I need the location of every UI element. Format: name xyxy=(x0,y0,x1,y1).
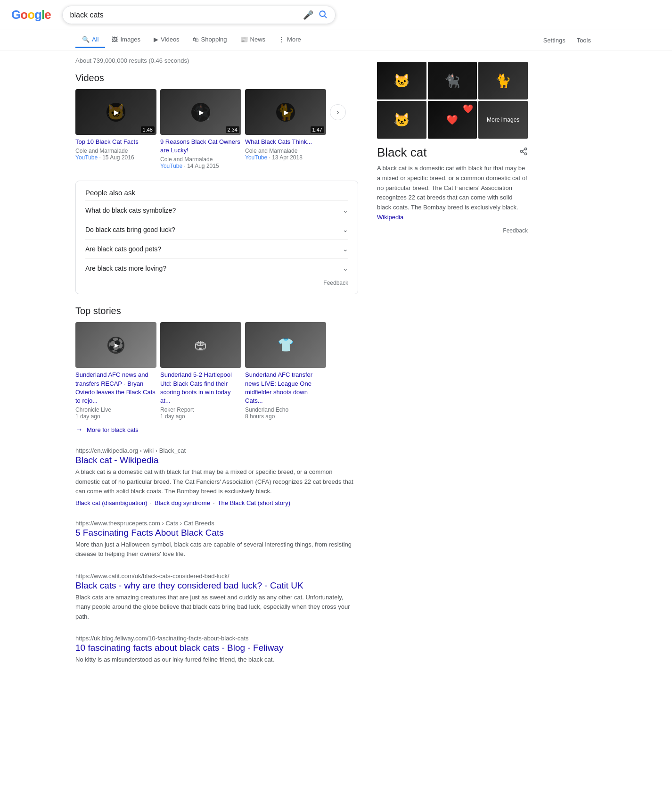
video-title-2[interactable]: 9 Reasons Black Cat Owners are Lucky! xyxy=(160,138,241,155)
video-thumb-2[interactable]: 🐈‍⬛ ▶ 2:34 xyxy=(160,89,241,135)
result-link-1c[interactable]: The Black Cat (short story) xyxy=(218,499,291,506)
tab-news[interactable]: 📰 News xyxy=(234,32,272,48)
paa-feedback[interactable]: Feedback xyxy=(85,280,348,286)
story-card-3[interactable]: 👕 Sunderland AFC transfer news LIVE: Lea… xyxy=(245,322,326,420)
tab-more[interactable]: ⋮ More xyxy=(272,32,308,48)
video-card-1[interactable]: 🐱 ▶ 1:48 Top 10 Black Cat Facts Cole and… xyxy=(75,89,156,161)
kp-image-more[interactable]: More images xyxy=(478,101,528,139)
story-thumb-1[interactable]: ⚽ ▶ xyxy=(75,322,156,368)
kp-feedback[interactable]: Feedback xyxy=(377,227,528,234)
kp-image-3[interactable]: 🐈 xyxy=(478,62,528,100)
result-link-1b[interactable]: Black dog syndrome xyxy=(155,499,210,506)
knowledge-panel: 🐱 🐈‍⬛ 🐈 🐱 ❤️ ❤️ More images Black cat xyxy=(377,55,528,678)
paa-item-2[interactable]: Do black cats bring good luck? ⌄ xyxy=(85,220,348,239)
search-icon[interactable] xyxy=(318,9,328,20)
story-title-3[interactable]: Sunderland AFC transfer news LIVE: Leagu… xyxy=(245,371,326,405)
nav-tabs: 🔍 All 🖼 Images ▶ Videos 🛍 Shopping 📰 New… xyxy=(0,30,672,50)
story-thumb-3[interactable]: 👕 xyxy=(245,322,326,368)
story-source-1: Chronicle Live 1 day ago xyxy=(75,406,156,420)
story-thumb-2[interactable]: 🏟 xyxy=(160,322,241,368)
kp-share-icon[interactable] xyxy=(519,147,528,158)
play-button-1[interactable]: ▶ xyxy=(107,103,125,122)
svg-line-5 xyxy=(522,152,524,153)
kp-wikipedia-link[interactable]: Wikipedia xyxy=(377,214,403,221)
svg-point-0 xyxy=(320,11,325,17)
videos-next-button[interactable]: › xyxy=(330,104,346,120)
story-title-1[interactable]: Sunderland AFC news and transfers RECAP … xyxy=(75,371,156,405)
video-duration-1: 1:48 xyxy=(141,126,155,133)
result-title-1[interactable]: Black cat - Wikipedia xyxy=(75,455,358,465)
story-play-btn-1[interactable]: ▶ xyxy=(107,337,124,354)
tab-all[interactable]: 🔍 All xyxy=(75,32,105,48)
result-link-1a[interactable]: Black cat (disambiguation) xyxy=(75,499,147,506)
search-input[interactable]: black cats xyxy=(70,11,299,19)
svg-line-1 xyxy=(325,16,326,17)
video-card-2[interactable]: 🐈‍⬛ ▶ 2:34 9 Reasons Black Cat Owners ar… xyxy=(160,89,241,169)
paa-item-4[interactable]: Are black cats more loving? ⌄ xyxy=(85,258,348,278)
header: Google black cats 🎤 xyxy=(0,0,672,30)
result-desc-4: No kitty is as misunderstood as our inky… xyxy=(75,655,358,665)
search-result-1: https://en.wikipedia.org › wiki › Black_… xyxy=(75,447,358,506)
search-result-4: https://uk.blog.feliway.com/10-fascinati… xyxy=(75,635,358,665)
result-title-2[interactable]: 5 Fascinating Facts About Black Cats xyxy=(75,528,358,538)
kp-image-1[interactable]: 🐱 xyxy=(377,62,426,100)
video-title-1[interactable]: Top 10 Black Cat Facts xyxy=(75,138,156,146)
video-card-3[interactable]: 🐈 ▶ 1:47 What Black Cats Think... Cole a… xyxy=(245,89,326,161)
videos-icon: ▶ xyxy=(154,36,158,43)
search-result-3: https://www.catit.com/uk/black-cats-cons… xyxy=(75,572,358,622)
more-icon: ⋮ xyxy=(279,36,285,43)
search-result-2: https://www.thesprucepets.com › Cats › C… xyxy=(75,520,358,559)
paa-item-1[interactable]: What do black cats symbolize? ⌄ xyxy=(85,200,348,220)
videos-title: Videos xyxy=(75,73,358,83)
kp-image-4[interactable]: 🐱 xyxy=(377,101,426,139)
video-meta-1: Cole and Marmalade YouTube · 15 Aug 2016 xyxy=(75,148,156,161)
settings-link[interactable]: Settings xyxy=(538,33,571,48)
play-button-3[interactable]: ▶ xyxy=(276,103,295,122)
all-icon: 🔍 xyxy=(82,36,90,43)
videos-section: Videos 🐱 ▶ 1:48 Top 10 Black Cat Facts C… xyxy=(75,73,358,169)
story-card-2[interactable]: 🏟 Sunderland 5-2 Hartlepool Utd: Black C… xyxy=(160,322,241,420)
result-desc-1: A black cat is a domestic cat with black… xyxy=(75,467,358,497)
story-source-3: Sunderland Echo 8 hours ago xyxy=(245,406,326,420)
kp-image-5[interactable]: ❤️ ❤️ xyxy=(428,101,477,139)
video-duration-2: 2:34 xyxy=(226,126,239,133)
result-desc-3: Black cats are amazing creatures that ar… xyxy=(75,593,358,622)
images-icon: 🖼 xyxy=(112,36,118,43)
chevron-icon-2: ⌄ xyxy=(343,226,348,233)
more-images-label[interactable]: More images xyxy=(487,116,519,124)
story-title-2[interactable]: Sunderland 5-2 Hartlepool Utd: Black Cat… xyxy=(160,371,241,405)
kp-image-2[interactable]: 🐈‍⬛ xyxy=(428,62,477,100)
story-card-1[interactable]: ⚽ ▶ Sunderland AFC news and transfers RE… xyxy=(75,322,156,420)
svg-line-6 xyxy=(522,149,524,151)
stories-section: Top stories ⚽ ▶ Sunderland AFC news and … xyxy=(75,306,358,434)
more-stories-link[interactable]: → More for black cats xyxy=(75,425,358,434)
kp-description: A black cat is a domestic cat with black… xyxy=(377,164,528,223)
tab-shopping[interactable]: 🛍 Shopping xyxy=(186,32,234,48)
result-desc-2: More than just a Halloween symbol, black… xyxy=(75,540,358,559)
tools-link[interactable]: Tools xyxy=(571,33,597,48)
video-title-3[interactable]: What Black Cats Think... xyxy=(245,138,326,146)
video-thumb-1[interactable]: 🐱 ▶ 1:48 xyxy=(75,89,156,135)
result-title-4[interactable]: 10 fascinating facts about black cats - … xyxy=(75,643,358,653)
kp-images-grid: 🐱 🐈‍⬛ 🐈 🐱 ❤️ ❤️ More images xyxy=(377,62,528,139)
link-sep-1b: · xyxy=(213,499,215,506)
video-thumb-3[interactable]: 🐈 ▶ 1:47 xyxy=(245,89,326,135)
chevron-icon-4: ⌄ xyxy=(343,265,348,272)
google-logo[interactable]: Google xyxy=(11,8,51,22)
mic-icon[interactable]: 🎤 xyxy=(303,10,313,20)
video-meta-3: Cole and Marmalade YouTube · 13 Apr 2018 xyxy=(245,148,326,161)
play-button-2[interactable]: ▶ xyxy=(191,103,210,122)
result-title-3[interactable]: Black cats - why are they considered bad… xyxy=(75,580,358,591)
story-source-2: Roker Report 1 day ago xyxy=(160,406,241,420)
paa-item-3[interactable]: Are black cats good pets? ⌄ xyxy=(85,239,348,258)
video-duration-3: 1:47 xyxy=(311,126,324,133)
paa-header: People also ask xyxy=(85,189,348,197)
link-sep-1a: · xyxy=(150,499,152,506)
chevron-icon-1: ⌄ xyxy=(343,207,348,214)
tab-images[interactable]: 🖼 Images xyxy=(105,32,147,48)
video-meta-2: Cole and Marmalade YouTube · 14 Aug 2015 xyxy=(160,156,241,169)
paa-question-3: Are black cats good pets? xyxy=(85,245,161,253)
more-stories-label[interactable]: More for black cats xyxy=(87,426,139,433)
result-links-1: Black cat (disambiguation) · Black dog s… xyxy=(75,499,358,506)
tab-videos[interactable]: ▶ Videos xyxy=(147,32,186,48)
